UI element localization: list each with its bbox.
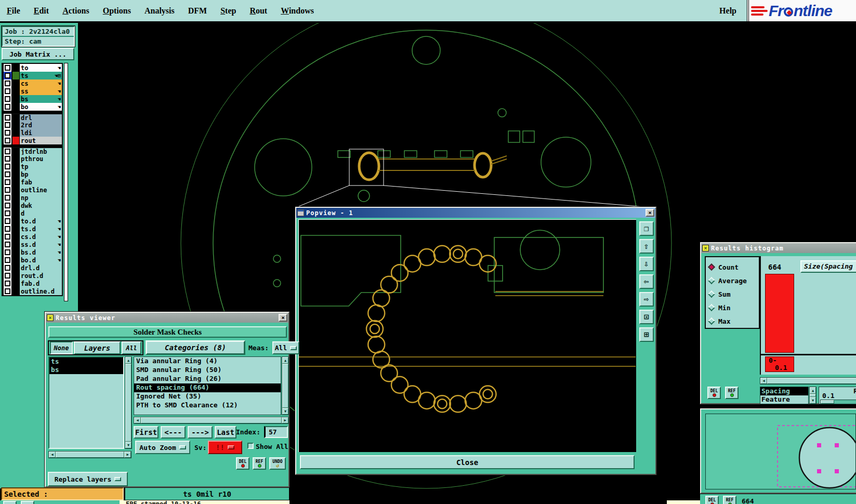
metric-radio[interactable]: Max — [709, 314, 759, 328]
layer-visibility-checkbox[interactable] — [3, 114, 12, 121]
layer-color-swatch[interactable] — [12, 114, 19, 121]
layer-visibility-checkbox[interactable] — [3, 170, 12, 178]
bottom-stub-button[interactable] — [3, 501, 17, 504]
measure-type-item[interactable]: Feature — [760, 395, 808, 404]
layer-row[interactable]: to.d ☚ — [3, 217, 62, 225]
layer-visibility-checkbox[interactable] — [3, 225, 12, 233]
result-layer-item[interactable]: ts — [49, 357, 123, 366]
layer-visibility-checkbox[interactable] — [3, 148, 12, 155]
layer-row[interactable]: bo.d ☚ — [3, 256, 62, 264]
histogram-del-button[interactable]: DEL — [707, 387, 721, 399]
layer-row[interactable]: drl.d — [3, 264, 62, 272]
layer-visibility-checkbox[interactable] — [3, 186, 12, 194]
popview-canvas[interactable] — [298, 219, 636, 452]
layer-visibility-checkbox[interactable] — [3, 79, 12, 87]
layer-row[interactable]: ss.d ☚ — [3, 241, 62, 248]
layer-row[interactable]: fab — [3, 178, 62, 186]
layer-row[interactable]: ts ☚⊞ — [3, 72, 62, 79]
menu-item[interactable]: Edit — [27, 6, 56, 16]
layer-row[interactable]: cs ☚ — [3, 79, 62, 87]
layer-visibility-checkbox[interactable] — [3, 264, 12, 272]
layer-row[interactable]: pthrou — [3, 155, 62, 163]
layer-row[interactable]: bs.d ☚ — [3, 248, 62, 256]
layer-visibility-checkbox[interactable] — [3, 87, 12, 95]
layer-color-swatch[interactable] — [12, 129, 19, 137]
layer-row[interactable]: bo ☚ — [3, 103, 62, 111]
layer-color-swatch[interactable] — [12, 137, 19, 144]
menu-item[interactable]: DFM — [181, 6, 214, 16]
measure-type-item[interactable]: Spacing — [760, 387, 808, 395]
layer-row[interactable]: rout.d — [3, 272, 62, 280]
index-input[interactable]: 57 — [264, 426, 288, 438]
menu-item-help[interactable]: Help — [719, 6, 736, 16]
layer-color-swatch[interactable] — [12, 186, 19, 194]
show-all-checkbox[interactable] — [247, 443, 254, 449]
category-item[interactable]: Rout spacing (664) — [134, 383, 281, 392]
layer-visibility-checkbox[interactable] — [3, 72, 12, 79]
metric-radio[interactable]: Count — [709, 260, 759, 274]
layer-color-swatch[interactable] — [12, 72, 19, 79]
value-h-scrollbar[interactable] — [820, 400, 856, 404]
layer-color-swatch[interactable] — [12, 121, 19, 129]
layer-visibility-checkbox[interactable] — [3, 280, 12, 287]
layer-visibility-checkbox[interactable] — [3, 163, 12, 170]
popview-titlebar[interactable]: Popview - 1 × — [296, 208, 655, 218]
preview-del-button[interactable]: DEL — [705, 496, 719, 504]
popview-tool-icon[interactable]: ❐ — [639, 221, 654, 236]
layer-visibility-checkbox[interactable] — [3, 137, 12, 144]
layer-row[interactable]: rout — [3, 137, 62, 144]
reference-result-button[interactable]: REF — [253, 457, 266, 470]
layer-color-swatch[interactable] — [12, 163, 19, 170]
layers-h-scrollbar[interactable]: ◀▶ — [48, 451, 131, 458]
prev-button[interactable]: <--- — [161, 426, 186, 439]
layer-visibility-checkbox[interactable] — [3, 248, 12, 256]
layer-visibility-checkbox[interactable] — [3, 64, 12, 72]
histogram-bar[interactable] — [765, 274, 794, 353]
layer-color-swatch[interactable] — [12, 225, 19, 233]
layer-row[interactable]: 2rd — [3, 121, 62, 129]
layer-row[interactable]: ldi — [3, 129, 62, 137]
layer-visibility-checkbox[interactable] — [3, 241, 12, 248]
categories-list[interactable]: Via annular Ring (4)SMD annular Ring (50… — [134, 356, 281, 415]
metric-radio[interactable]: Min — [709, 301, 759, 314]
layer-color-swatch[interactable] — [12, 170, 19, 178]
layer-visibility-checkbox[interactable] — [3, 178, 12, 186]
layer-color-swatch[interactable] — [12, 178, 19, 186]
layer-color-swatch[interactable] — [12, 241, 19, 248]
layer-color-swatch[interactable] — [12, 148, 19, 155]
measure-v-scrollbar[interactable]: ▲▼ — [809, 387, 817, 404]
menu-item[interactable]: Options — [96, 6, 138, 16]
layer-row[interactable]: outline.d — [3, 287, 62, 295]
layer-row[interactable]: ts.d ☚ — [3, 225, 62, 233]
popview-tool-icon[interactable]: ⇨ — [639, 292, 654, 307]
histogram-h-scrollbar[interactable]: ◀ — [760, 377, 856, 384]
layer-color-swatch[interactable] — [12, 209, 19, 217]
popview-close-button[interactable]: Close — [300, 455, 635, 469]
layer-row[interactable]: bs ☚ — [3, 95, 62, 103]
layer-list-scrollbar[interactable] — [64, 63, 68, 301]
category-item[interactable]: Via annular Ring (4) — [134, 357, 281, 366]
layer-visibility-checkbox[interactable] — [3, 129, 12, 137]
layer-row[interactable]: drl — [3, 113, 62, 121]
popview-tool-icon[interactable]: ⇩ — [639, 257, 654, 271]
layer-color-swatch[interactable] — [12, 217, 19, 225]
menu-item[interactable]: Rout — [243, 6, 274, 16]
layer-row[interactable]: cs.d ☚ — [3, 233, 62, 241]
layer-visibility-checkbox[interactable] — [3, 272, 12, 280]
results-viewer-close-icon[interactable]: × — [279, 314, 287, 322]
layer-color-swatch[interactable] — [12, 280, 19, 287]
last-button[interactable]: Last — [215, 426, 236, 439]
category-item[interactable]: Ignored Net (35) — [134, 392, 281, 401]
layers-v-scrollbar[interactable]: ▲▼ — [125, 356, 132, 449]
popview-tool-icon[interactable]: ⊞ — [639, 327, 654, 342]
categories-v-scrollbar[interactable]: ▲▼ — [282, 356, 289, 415]
measure-type-list[interactable]: SpacingFeature — [760, 387, 809, 404]
layer-visibility-checkbox[interactable] — [3, 287, 12, 295]
layer-visibility-checkbox[interactable] — [3, 202, 12, 209]
menu-item[interactable]: File — [0, 6, 27, 16]
metric-radio[interactable]: Sum — [709, 287, 759, 301]
delete-result-button[interactable]: DEL — [236, 457, 249, 470]
category-item[interactable]: PTH to SMD Clearance (12) — [134, 401, 281, 410]
layer-color-swatch[interactable] — [12, 87, 19, 95]
histogram-titlebar[interactable]: × Results histogram — [701, 243, 856, 253]
